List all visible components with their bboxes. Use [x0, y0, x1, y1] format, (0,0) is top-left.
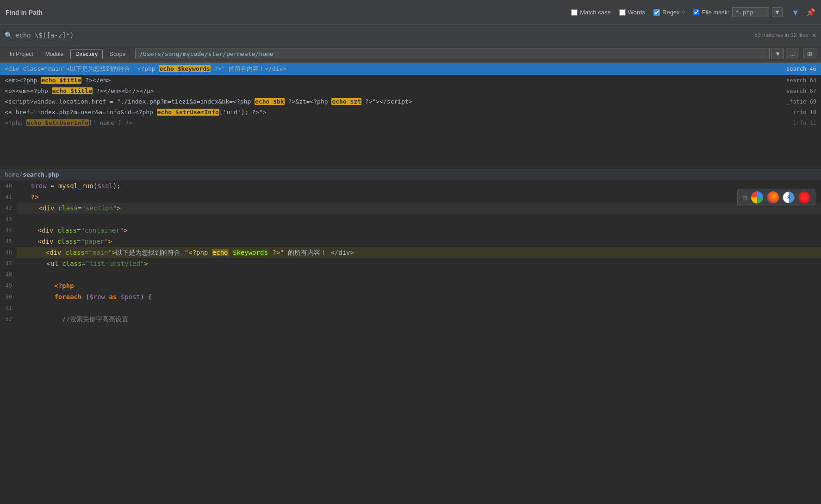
- code-line-43: 43: [0, 214, 821, 225]
- result-code: <p><em><?php echo $title ?></em><br/></p…: [5, 87, 782, 94]
- result-row[interactable]: <a href="index.php?m=user&a=info&id=<?ph…: [0, 107, 821, 117]
- firefox-icon[interactable]: [767, 191, 779, 203]
- match-count: 53 matches in 12 files: [754, 32, 808, 38]
- file-mask-section: File mask: ▼: [693, 7, 783, 17]
- code-line-49: 49 <?php: [0, 280, 821, 291]
- line-number: 52: [0, 313, 17, 325]
- toolbar-options: Match case Words Regex ? File mask: ▼ ▼ …: [571, 7, 815, 17]
- result-meta: info 10: [793, 109, 816, 116]
- line-content: <div class="main">以下是为您找到的符合 "<?php echo…: [19, 247, 821, 258]
- line-content: foreach ($row as $post) {: [19, 291, 821, 302]
- search-bar: 🔍 53 matches in 12 files ✕: [0, 25, 821, 45]
- edit-run-icon[interactable]: ⊟: [742, 193, 747, 203]
- line-content: ?>: [19, 191, 821, 203]
- filter-icon[interactable]: ▼: [793, 7, 798, 17]
- search-icon: 🔍: [5, 31, 12, 39]
- line-number: 48: [0, 269, 17, 280]
- directory-input[interactable]: [135, 49, 770, 59]
- file-mask-dropdown-btn[interactable]: ▼: [772, 7, 783, 17]
- result-code: <script>window.location.href = "./index.…: [5, 98, 782, 105]
- line-content: <div class="section">: [19, 203, 821, 214]
- match-case-option[interactable]: Match case: [571, 9, 610, 16]
- line-content: <div class="paper">: [19, 236, 821, 247]
- tab-module[interactable]: Module: [40, 49, 68, 59]
- result-meta: info 11: [793, 120, 816, 126]
- pin-icon[interactable]: 📌: [806, 8, 815, 17]
- line-content: //搜索关键字高亮设置: [19, 313, 821, 325]
- code-lines: 40 $row = mysql_run($sql); 41 ?> 42 <div…: [0, 180, 821, 325]
- regex-help-icon[interactable]: ?: [682, 10, 685, 15]
- file-mask-input[interactable]: [732, 7, 769, 17]
- regex-option[interactable]: Regex ?: [653, 9, 685, 16]
- tab-scope[interactable]: Scope: [105, 49, 131, 59]
- file-path-bar: home/search.php: [0, 169, 821, 180]
- results-panel[interactable]: <div class="main">以下是为您找到的符合 "<?php echo…: [0, 63, 821, 169]
- match-case-checkbox[interactable]: [571, 9, 578, 16]
- line-number: 44: [0, 225, 17, 236]
- file-path-filename: search.php: [23, 171, 59, 178]
- scope-bar: In Project Module Directory Scope ▼ ... …: [0, 45, 821, 63]
- line-content: $row = mysql_run($sql);: [19, 180, 821, 191]
- result-code: <a href="index.php?m=user&a=info&id=<?ph…: [5, 109, 788, 116]
- line-number: 43: [0, 214, 17, 225]
- code-line-47: 47 <ul class="list-unstyled">: [0, 258, 821, 269]
- safari-icon[interactable]: S: [783, 191, 795, 203]
- words-option[interactable]: Words: [619, 9, 645, 16]
- result-meta: search 67: [786, 88, 816, 94]
- code-line-52: 52 //搜索关键字高亮设置: [0, 313, 821, 325]
- directory-input-container: ▼ ... ⊞: [135, 49, 816, 59]
- line-number: 47: [0, 258, 17, 269]
- chrome-icon[interactable]: [751, 191, 763, 203]
- result-row[interactable]: <script>window.location.href = "./index.…: [0, 96, 821, 107]
- code-editor-container: 40 $row = mysql_run($sql); 41 ?> 42 <div…: [0, 180, 821, 504]
- result-row[interactable]: <div class="main">以下是为您找到的符合 "<?php echo…: [0, 63, 821, 75]
- opera-icon[interactable]: [798, 191, 810, 203]
- words-label: Words: [628, 9, 645, 16]
- match-case-label: Match case: [580, 9, 610, 16]
- find-in-path-title: Find in Path: [6, 9, 43, 16]
- search-input[interactable]: [15, 31, 754, 39]
- code-line-40: 40 $row = mysql_run($sql);: [0, 180, 821, 191]
- file-mask-label: File mask:: [702, 9, 729, 16]
- line-number: 50: [0, 291, 17, 302]
- code-line-42: 42 <div class="section">: [0, 203, 821, 214]
- line-number: 51: [0, 302, 17, 313]
- result-row[interactable]: <?php echo $strUserInfo['_name'] ?> info…: [0, 117, 821, 128]
- code-line-50: 50 foreach ($row as $post) {: [0, 291, 821, 302]
- layout-icon-btn[interactable]: ⊞: [803, 49, 816, 59]
- file-path-prefix: home/: [5, 171, 23, 178]
- line-number: 49: [0, 280, 17, 291]
- tab-directory[interactable]: Directory: [70, 49, 103, 59]
- line-number: 42: [0, 203, 17, 214]
- file-mask-checkbox[interactable]: [693, 9, 699, 15]
- regex-checkbox[interactable]: [653, 9, 660, 16]
- code-line-45: 45 <div class="paper">: [0, 236, 821, 247]
- top-bar: Find in Path Match case Words Regex ? Fi…: [0, 0, 821, 25]
- directory-more-btn[interactable]: ...: [786, 49, 799, 59]
- result-meta: search 64: [786, 77, 816, 84]
- words-checkbox[interactable]: [619, 9, 626, 16]
- line-number: 46: [0, 247, 17, 258]
- result-row[interactable]: <em><?php echo $title ?></em> search 64: [0, 75, 821, 86]
- result-code: <?php echo $strUserInfo['_name'] ?>: [5, 119, 788, 126]
- line-number: 45: [0, 236, 17, 247]
- result-code: <em><?php echo $title ?></em>: [5, 77, 782, 84]
- line-content: <ul class="list-unstyled">: [19, 258, 821, 269]
- result-meta: _fatie 69: [786, 98, 816, 105]
- result-code: <div class="main">以下是为您找到的符合 "<?php echo…: [5, 65, 782, 73]
- line-content: <div class="container">: [19, 225, 821, 236]
- line-content: <?php: [19, 280, 821, 291]
- code-line-41: 41 ?>: [0, 191, 821, 203]
- line-number: 40: [0, 180, 17, 191]
- code-line-48: 48: [0, 269, 821, 280]
- code-editor: 40 $row = mysql_run($sql); 41 ?> 42 <div…: [0, 180, 821, 325]
- code-line-44: 44 <div class="container">: [0, 225, 821, 236]
- regex-label: Regex: [662, 9, 680, 16]
- result-row[interactable]: <p><em><?php echo $title ?></em><br/></p…: [0, 86, 821, 96]
- tab-in-project[interactable]: In Project: [5, 49, 38, 59]
- browser-icons-panel: ⊟ S: [737, 189, 815, 206]
- clear-search-icon[interactable]: ✕: [812, 31, 816, 39]
- directory-dropdown-btn[interactable]: ▼: [771, 49, 784, 59]
- code-line-46: 46 <div class="main">以下是为您找到的符合 "<?php e…: [0, 247, 821, 258]
- line-number: 41: [0, 191, 17, 203]
